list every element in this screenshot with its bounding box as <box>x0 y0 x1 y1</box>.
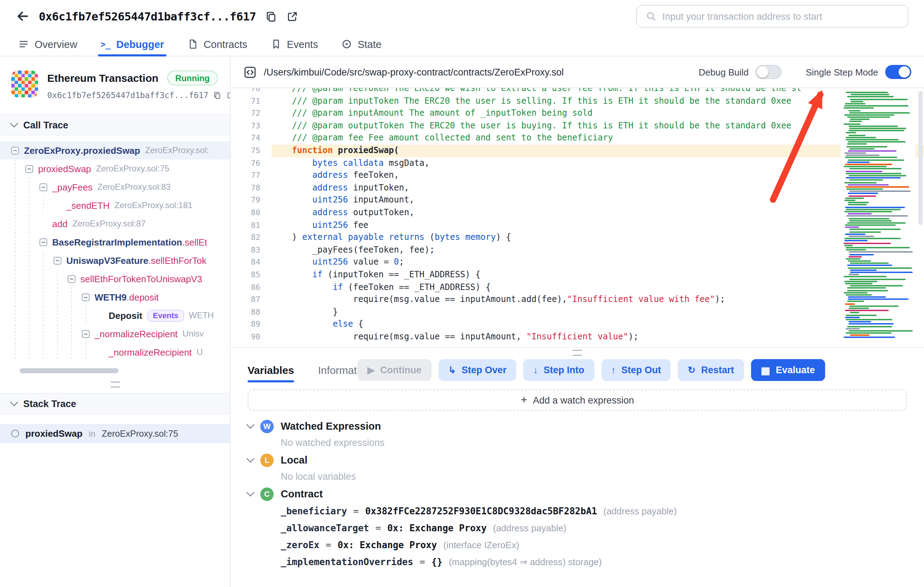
copy-icon[interactable] <box>213 91 222 99</box>
call-trace-item[interactable]: _normalizeRecipientUnisv <box>0 324 230 343</box>
collapse-expander-icon[interactable] <box>68 275 76 283</box>
code-editor[interactable]: 70 /// @param feeToken The ERC20 we wish… <box>231 88 924 348</box>
minimap[interactable] <box>841 88 916 347</box>
line-number[interactable]: 87 <box>231 293 272 306</box>
single-step-mode-toggle[interactable] <box>885 65 911 79</box>
line-number[interactable]: 80 <box>231 207 272 219</box>
line-number[interactable]: 74 <box>231 132 272 145</box>
code-line[interactable]: 82 ) external payable returns (bytes mem… <box>231 231 924 244</box>
line-number[interactable]: 90 <box>231 331 272 343</box>
step-into-button[interactable]: Step Into <box>523 359 594 381</box>
call-trace-header[interactable]: Call Trace <box>0 114 230 136</box>
code-line[interactable]: 72 /// @param inputAmount The amount of … <box>231 107 924 119</box>
code-line[interactable]: 79 uint256 inputAmount, <box>231 194 924 207</box>
restart-button[interactable]: Restart <box>678 359 744 381</box>
step-out-button[interactable]: Step Out <box>601 359 671 381</box>
horizontal-scrollbar[interactable] <box>10 368 220 373</box>
variable-row[interactable]: _beneficiary = 0x382fFCe2287252F930E1C8D… <box>281 502 907 519</box>
call-trace-item[interactable]: _normalizeRecipientU <box>0 343 230 361</box>
line-number[interactable]: 81 <box>231 219 272 231</box>
call-trace-item[interactable]: _payFeesZeroExProxy.sol:83 <box>0 178 230 196</box>
line-number[interactable]: 84 <box>231 256 272 269</box>
code-line[interactable]: 76 bytes calldata msgData, <box>231 157 924 169</box>
code-line[interactable]: 73 /// @param outputToken The ERC20 the … <box>231 120 924 132</box>
search-input[interactable] <box>662 11 899 21</box>
external-link-icon[interactable] <box>227 91 231 99</box>
code-line[interactable]: 83 _payFees(feeToken, fee); <box>231 244 924 256</box>
debug-build-toggle[interactable] <box>756 65 782 79</box>
call-trace-item[interactable]: UniswapV3Feature.sellEthForTok <box>0 251 230 270</box>
code-line[interactable]: 77 address feeToken, <box>231 169 924 182</box>
line-number[interactable]: 72 <box>231 107 272 119</box>
line-number[interactable]: 89 <box>231 319 272 331</box>
collapse-expander-icon[interactable] <box>82 293 89 301</box>
collapse-expander-icon[interactable] <box>82 330 89 337</box>
line-number[interactable]: 79 <box>231 194 272 207</box>
code-line[interactable]: 89 else { <box>231 319 924 331</box>
line-number[interactable]: 82 <box>231 231 272 244</box>
code-line[interactable]: 84 uint256 value = 0; <box>231 256 924 269</box>
collapse-expander-icon[interactable] <box>11 146 19 154</box>
external-link-icon[interactable] <box>286 10 299 22</box>
variable-row[interactable]: _allowanceTarget = 0x: Exchange Proxy (a… <box>281 519 907 536</box>
sidebar-splitter[interactable] <box>0 379 230 390</box>
call-trace-item[interactable]: proxiedSwapZeroExProxy.sol:75 <box>0 159 230 178</box>
line-number[interactable]: 73 <box>231 120 272 132</box>
line-number[interactable]: 75 <box>231 145 272 157</box>
call-trace-item[interactable]: DepositEventsWETH <box>0 306 230 324</box>
line-number[interactable]: 71 <box>231 95 272 107</box>
collapse-expander-icon[interactable] <box>40 183 47 191</box>
transaction-hash[interactable]: 0x6c1fb7ef5265447d1baff3cf...f617 <box>47 90 208 100</box>
vertical-scrollbar[interactable] <box>918 91 922 225</box>
tab-contracts[interactable]: Contracts <box>187 33 247 56</box>
code-line[interactable]: 90 require(msg.value == inputAmount, "In… <box>231 331 924 343</box>
copy-icon[interactable] <box>265 10 277 22</box>
call-trace-item[interactable]: addZeroExProxy.sol:87 <box>0 215 230 233</box>
code-line[interactable]: 80 address outputToken, <box>231 207 924 219</box>
line-number[interactable]: 78 <box>231 182 272 194</box>
section-contract-header[interactable]: C Contract <box>248 485 907 502</box>
line-number[interactable]: 70 <box>231 88 272 95</box>
call-trace-item[interactable]: ZeroExProxy.proxiedSwapZeroExProxy.sol: <box>0 141 230 159</box>
code-line[interactable]: 71 /// @param inputToken The ERC20 the u… <box>231 95 924 107</box>
tab-state[interactable]: State <box>342 33 381 56</box>
code-line[interactable]: 81 uint256 fee <box>231 219 924 231</box>
stack-trace-header[interactable]: Stack Trace <box>0 393 230 414</box>
add-watch-expression-button[interactable]: Add a watch expression <box>248 389 907 411</box>
tab-debugger[interactable]: Debugger <box>101 33 164 56</box>
stack-frame-row[interactable]: proxiedSwap in ZeroExProxy.sol:75 <box>0 424 230 443</box>
scrollbar-thumb[interactable] <box>20 368 119 373</box>
back-button[interactable] <box>15 9 30 23</box>
panel-splitter[interactable] <box>231 348 924 358</box>
line-number[interactable]: 77 <box>231 169 272 182</box>
call-trace-item[interactable]: WETH9.deposit <box>0 288 230 306</box>
call-trace-item[interactable]: _sendETHZeroExProxy.sol:181 <box>0 196 230 215</box>
section-watched-header[interactable]: W Watched Expression <box>248 418 907 435</box>
continue-button[interactable]: Continue <box>358 359 431 381</box>
call-trace-item[interactable]: BaseRegistrarImplementation.sellEt <box>0 233 230 251</box>
code-line[interactable]: 87 require(msg.value == inputAmount.add(… <box>231 293 924 306</box>
section-local-header[interactable]: L Local <box>248 451 907 468</box>
line-number[interactable]: 86 <box>231 281 272 293</box>
code-line[interactable]: 85 if (inputToken == _ETH_ADDRESS) { <box>231 269 924 281</box>
call-trace-item[interactable]: sellEthForTokenToUniswapV3 <box>0 270 230 288</box>
collapse-expander-icon[interactable] <box>40 238 47 246</box>
code-line[interactable]: 70 /// @param feeToken The ERC20 we wish… <box>231 88 924 95</box>
line-number[interactable]: 83 <box>231 244 272 256</box>
line-number[interactable]: 76 <box>231 157 272 169</box>
collapse-expander-icon[interactable] <box>25 165 33 172</box>
tab-events[interactable]: Events <box>271 33 318 56</box>
code-line-current[interactable]: 75 function proxiedSwap( <box>231 145 924 157</box>
code-line[interactable]: 88 } <box>231 306 924 318</box>
tab-variables[interactable]: Variables <box>248 358 294 382</box>
evaluate-button[interactable]: Evaluate <box>751 359 825 381</box>
code-line[interactable]: 78 address inputToken, <box>231 182 924 194</box>
step-over-button[interactable]: Step Over <box>438 359 516 381</box>
line-number[interactable]: 85 <box>231 269 272 281</box>
tab-overview[interactable]: Overview <box>18 33 77 56</box>
code-line[interactable]: 86 if (feeToken == _ETH_ADDRESS) { <box>231 281 924 293</box>
code-line[interactable]: 74 /// @param fee Fee amount collected a… <box>231 132 924 145</box>
line-number[interactable]: 88 <box>231 306 272 318</box>
variable-row[interactable]: _zeroEx = 0x: Exchange Proxy (interface … <box>281 536 907 553</box>
variable-row[interactable]: _implementationOverrides = {} (mapping(b… <box>281 553 907 570</box>
